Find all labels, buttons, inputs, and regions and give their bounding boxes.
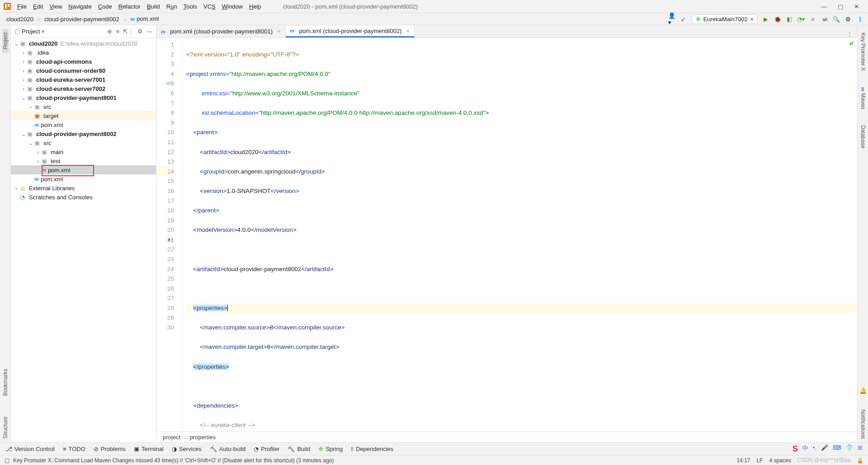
project-tree[interactable]: ⌄▣cloud2020E:\idea-workspace\cloud2020 ›… — [11, 38, 156, 442]
ime-punct-icon[interactable]: •, — [813, 444, 816, 454]
menu-view[interactable]: View — [47, 2, 65, 11]
code-editor[interactable]: ✔ 12345m↑6789101112131415161718192021●↑2… — [156, 38, 857, 432]
inspection-ok-icon[interactable]: ✔ — [849, 40, 854, 47]
navigation-bar: cloud2020 › cloud-provider-payment8002 ›… — [0, 13, 868, 25]
rail-key-promoter[interactable]: Key Promoter X — [860, 29, 866, 75]
window-minimize-icon[interactable]: — — [821, 3, 827, 10]
profiler-icon: ◔ — [254, 446, 259, 452]
search-icon[interactable]: 🔍 — [833, 15, 840, 23]
menu-window[interactable]: Window — [219, 2, 245, 11]
translate-icon[interactable]: 🗚 — [821, 15, 828, 23]
tab-pom-8001[interactable]: mpom.xml (cloud-provider-payment8001)× — [156, 25, 286, 38]
breadcrumb-root[interactable]: cloud2020 — [4, 15, 36, 23]
tree-scratches[interactable]: ◔Scratches and Consoles — [11, 193, 156, 202]
ime-zh-icon[interactable]: 中 — [802, 444, 808, 454]
rail-structure[interactable]: Structure — [2, 413, 9, 442]
breadcrumb-module[interactable]: cloud-provider-payment8002 — [42, 15, 122, 23]
run-config-dropdown[interactable]: ❉ EurekaMain7002 ▾ — [692, 14, 758, 24]
chevron-down-icon[interactable]: ▾ — [42, 28, 45, 35]
tree-mod-api[interactable]: ›▣cloud-api-commons — [11, 57, 156, 66]
tree-mod4-target[interactable]: ▣target — [11, 111, 156, 120]
window-maximize-icon[interactable]: ▢ — [838, 3, 843, 10]
tw-version-control[interactable]: ⎇Version Control — [5, 446, 55, 452]
menu-vcs[interactable]: VCS — [201, 2, 218, 11]
rail-maven[interactable]: m Maven — [859, 84, 866, 113]
tree-mod5-pom[interactable]: mpom.xml — [11, 165, 156, 174]
keyboard-icon[interactable]: ⌨ — [833, 444, 841, 454]
status-indent[interactable]: 4 spaces — [769, 457, 791, 464]
terminal-icon: ▣ — [134, 446, 139, 452]
maven-file-icon: m — [42, 166, 46, 174]
tw-build[interactable]: 🔨Build — [288, 446, 310, 452]
tw-services[interactable]: ◑Services — [172, 446, 202, 452]
tab-menu-icon[interactable]: ⋮ — [842, 31, 857, 38]
tree-root[interactable]: ⌄▣cloud2020E:\idea-workspace\cloud2020 — [11, 39, 156, 48]
bell-icon[interactable]: 🔔 — [859, 387, 867, 394]
project-header-label[interactable]: Project — [22, 28, 40, 35]
status-encoding[interactable]: LF — [756, 457, 763, 464]
tree-mod5-main[interactable]: ›▣main — [11, 147, 156, 156]
grid-icon[interactable]: ⊞ — [858, 444, 863, 454]
code-content[interactable]: <?xml version="1.0" encoding="UTF-8"?> <… — [183, 38, 857, 432]
profile-button[interactable]: ◔▾ — [797, 15, 805, 23]
user-icon[interactable]: 👤▾ — [668, 15, 675, 23]
window-close-icon[interactable]: ✕ — [854, 3, 859, 10]
close-icon[interactable]: × — [277, 28, 281, 35]
mic-icon[interactable]: 🎤 — [821, 444, 828, 454]
sogou-icon[interactable]: S — [793, 444, 798, 454]
tw-problems[interactable]: ⊘Problems — [94, 446, 126, 452]
tree-mod4-pom[interactable]: mpom.xml — [11, 120, 156, 129]
status-rect-icon[interactable]: ▢ — [5, 457, 9, 464]
debug-button[interactable]: 🐞 — [774, 15, 781, 23]
rail-bookmarks[interactable]: Bookmarks — [2, 365, 9, 399]
lock-icon[interactable]: 🔒 — [857, 457, 863, 464]
tree-mod-order80[interactable]: ›▣cloud-consumer-order80 — [11, 66, 156, 75]
tree-mod-eureka7002[interactable]: ›▣cloud-eureka-server7002 — [11, 84, 156, 93]
tree-mod-payment8002[interactable]: ⌄▣cloud-provider-payment8002 — [11, 129, 156, 138]
rail-project[interactable]: Project — [2, 29, 9, 53]
expand-all-icon[interactable]: ≡ — [116, 28, 119, 35]
tree-idea[interactable]: ›▣.idea — [11, 48, 156, 57]
tree-mod-payment8001[interactable]: ⌄▣cloud-provider-payment8001 — [11, 93, 156, 102]
tree-root-pom[interactable]: mpom.xml — [11, 174, 156, 183]
maven-file-icon: m — [34, 175, 39, 183]
menu-file[interactable]: FFileile — [14, 2, 29, 11]
tw-autobuild[interactable]: 🔨Auto-build — [210, 446, 246, 452]
back-icon[interactable]: ↙ — [680, 15, 687, 23]
rail-notifications[interactable]: Notifications — [860, 406, 866, 442]
tree-mod5-src[interactable]: ⌄▣src — [11, 138, 156, 147]
tree-mod-eureka7001[interactable]: ›▣cloud-eureka-server7001 — [11, 75, 156, 84]
stop-button[interactable]: ■ — [809, 15, 816, 23]
rail-database[interactable]: Database — [860, 122, 866, 152]
breadcrumb-file[interactable]: mpom.xml — [127, 14, 161, 23]
menu-run[interactable]: Run — [164, 2, 180, 11]
menu-code[interactable]: Code — [95, 2, 115, 11]
close-icon[interactable]: × — [406, 28, 410, 34]
hide-icon[interactable]: — — [146, 28, 152, 35]
menu-tools[interactable]: Tools — [181, 2, 200, 11]
tree-mod4-src[interactable]: ›▣src — [11, 102, 156, 111]
select-opened-icon[interactable]: ⊕ — [107, 28, 112, 35]
menu-help[interactable]: Help — [246, 2, 264, 11]
gear-icon[interactable]: ⚙ — [137, 28, 143, 35]
tw-todo[interactable]: ≡TODO — [63, 446, 85, 452]
tab-pom-8002[interactable]: mpom.xml (cloud-provider-payment8002)× — [286, 25, 415, 38]
settings-icon[interactable]: ⚙ — [844, 15, 852, 23]
tw-terminal[interactable]: ▣Terminal — [134, 446, 164, 452]
menu-edit[interactable]: Edit — [30, 2, 46, 11]
tw-profiler[interactable]: ◔Profiler — [254, 446, 279, 452]
edcrumb-properties[interactable]: properties — [189, 434, 216, 441]
shirt-icon[interactable]: 👕 — [846, 444, 853, 454]
tree-ext-lib[interactable]: ›⫼External Libraries — [11, 183, 156, 193]
tw-spring[interactable]: ❉Spring — [318, 446, 343, 452]
menu-navigate[interactable]: Navigate — [66, 2, 94, 11]
coverage-button[interactable]: ◧ — [786, 15, 793, 23]
run-button[interactable]: ▶ — [762, 15, 769, 23]
menu-build[interactable]: Build — [144, 2, 163, 11]
menu-refactor[interactable]: Refactor — [116, 2, 143, 11]
tree-mod5-test[interactable]: ›▣test — [11, 156, 156, 165]
tw-dependencies[interactable]: ⫴Dependencies — [351, 446, 393, 453]
code-with-me-icon[interactable]: ⟫ — [856, 15, 863, 23]
collapse-all-icon[interactable]: ⇱ — [123, 28, 128, 35]
edcrumb-project[interactable]: project — [163, 434, 180, 441]
